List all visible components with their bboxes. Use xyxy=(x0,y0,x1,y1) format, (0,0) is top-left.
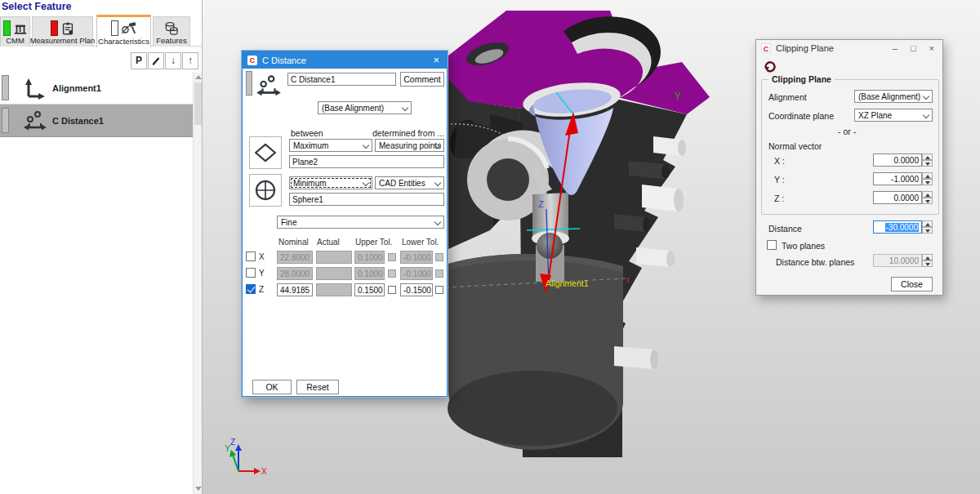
y-upper-checkbox xyxy=(388,269,396,278)
spin-up-icon[interactable] xyxy=(922,191,933,198)
chevron-down-icon xyxy=(434,219,441,225)
z-lower-checkbox[interactable] xyxy=(435,286,443,294)
selected-distance-value[interactable]: -30.0000 xyxy=(885,223,919,232)
plane-feature-box[interactable] xyxy=(249,136,282,169)
alignment-label[interactable]: Alignment1 xyxy=(546,278,589,288)
z-actual xyxy=(316,283,352,296)
comment-button[interactable]: Comment xyxy=(400,72,444,87)
c-distance-titlebar[interactable]: C C Distance × xyxy=(243,51,447,69)
close-icon[interactable]: × xyxy=(929,43,934,53)
tab-measurement-plan[interactable]: Measurement Plan xyxy=(32,16,93,47)
feature2-mode-select[interactable]: Minimum xyxy=(289,176,372,189)
y-checkbox[interactable] xyxy=(246,268,256,278)
row-status-tag xyxy=(2,108,9,133)
spin-up-icon[interactable] xyxy=(922,220,933,227)
base-alignment-select[interactable]: (Base Alignment) xyxy=(318,101,412,114)
spin-down-icon[interactable] xyxy=(922,227,933,234)
spin-down-icon[interactable] xyxy=(922,160,933,167)
col-lower-tol: Lower Tol. xyxy=(402,238,439,247)
row-status-tag xyxy=(2,75,9,100)
spin-down-icon[interactable] xyxy=(922,198,933,204)
col-upper-tol: Upper Tol. xyxy=(355,238,392,247)
spin-down-icon[interactable] xyxy=(922,179,933,185)
scroll-up-icon[interactable] xyxy=(194,73,202,81)
list-item-label: C Distance1 xyxy=(52,116,104,126)
feature2-source-select[interactable]: CAD Entities xyxy=(375,176,444,189)
flip-plane-icon[interactable] xyxy=(763,60,777,73)
left-panel: Select Feature CMM xyxy=(0,0,203,494)
feature1-mode-select[interactable]: Maximum xyxy=(289,139,372,152)
normal-y-spinner[interactable]: -1.0000 xyxy=(873,172,933,185)
z-upper-tol[interactable]: 0.1500 xyxy=(354,283,385,296)
move-down-button[interactable]: ↓ xyxy=(165,52,181,69)
edit-button[interactable] xyxy=(148,52,164,69)
feature1-source-select[interactable]: Measuring points xyxy=(375,139,444,152)
tab-features-label: Features xyxy=(156,36,187,47)
move-up-button[interactable]: ↑ xyxy=(182,52,198,69)
characteristic-name-input[interactable]: C Distance1 xyxy=(287,73,396,86)
spin-up-icon[interactable] xyxy=(922,154,933,160)
minimize-icon[interactable]: – xyxy=(893,43,898,53)
chevron-down-icon xyxy=(923,93,929,100)
coordinate-plane-label: Coordinate plane xyxy=(768,111,834,121)
x-checkbox[interactable] xyxy=(246,251,256,261)
tolerance-class-select[interactable]: Fine xyxy=(277,216,444,229)
clipping-plane-dialog: C Clipping Plane – □ × Clipping Plane Al… xyxy=(755,39,943,296)
tab-characteristics[interactable]: Characteristics xyxy=(96,15,151,47)
diameter-hammer-icon xyxy=(121,20,137,36)
list-item-alignment[interactable]: Alignment1 xyxy=(0,72,194,105)
spin-up-icon[interactable] xyxy=(922,172,933,179)
part-model xyxy=(445,11,710,457)
maximize-icon[interactable]: □ xyxy=(911,43,916,53)
measurement-plan-status-indicator xyxy=(51,20,58,36)
scroll-down-icon[interactable] xyxy=(194,485,202,492)
feature1-name-input[interactable]: Plane2 xyxy=(289,155,444,168)
axis-label: Y xyxy=(259,269,265,278)
ok-button[interactable]: OK xyxy=(252,380,292,394)
y-actual xyxy=(316,267,352,280)
alignment-icon xyxy=(21,77,47,100)
app-logo-icon: C xyxy=(761,43,771,53)
scrollbar-thumb[interactable] xyxy=(194,82,202,125)
or-label: - or - xyxy=(838,127,856,136)
feature2-name-input[interactable]: Sphere1 xyxy=(289,193,444,206)
tab-features[interactable]: Features xyxy=(153,16,190,47)
tab-cmm-label: CMM xyxy=(6,36,24,47)
clip-alignment-select[interactable]: (Base Alignment) xyxy=(854,90,933,103)
list-item-c-distance[interactable]: C Distance1 xyxy=(0,105,194,137)
x-upper-checkbox xyxy=(388,253,396,261)
dialog-grip xyxy=(246,71,252,96)
cmm-status-indicator xyxy=(3,20,11,36)
y-lower-checkbox xyxy=(435,269,443,278)
normal-z-spinner[interactable]: 0.0000 xyxy=(873,191,933,204)
triad-x-label: X xyxy=(261,467,267,476)
y-lower-tol: -0.1000 xyxy=(400,267,433,280)
normal-x-spinner[interactable]: 0.0000 xyxy=(873,154,933,167)
feature-list-scrollbar[interactable] xyxy=(193,72,202,494)
clipping-titlebar[interactable]: C Clipping Plane – □ × xyxy=(756,40,942,56)
chevron-down-icon xyxy=(363,180,369,186)
plane-icon xyxy=(252,139,279,167)
tab-cmm[interactable]: CMM xyxy=(0,16,30,47)
between-label: between xyxy=(291,128,323,138)
application-window: Y Z Alignment1 x Z X Y Select Feature xyxy=(0,0,980,494)
x-marker-label: x xyxy=(626,275,630,284)
close-button[interactable]: Close xyxy=(891,277,933,292)
two-planes-checkbox[interactable] xyxy=(767,240,777,250)
clipboard-icon xyxy=(60,20,75,36)
distance-spinner[interactable]: -30.0000 xyxy=(873,220,933,234)
z-nominal[interactable]: 44.9185 xyxy=(277,283,313,296)
p-button[interactable]: P xyxy=(131,52,147,69)
feature-list-toolbar: P ↓ ↑ xyxy=(0,52,203,70)
y-upper-tol: 0.1000 xyxy=(354,267,385,280)
z-lower-tol[interactable]: -0.1500 xyxy=(400,283,433,296)
z-upper-checkbox[interactable] xyxy=(388,286,396,294)
sphere-feature-box[interactable] xyxy=(249,174,282,207)
reset-button[interactable]: Reset xyxy=(296,380,339,394)
close-icon[interactable]: × xyxy=(430,55,442,65)
table-row-x: X 22.8000 0.1000 -0.1000 xyxy=(243,251,448,264)
coordinate-plane-select[interactable]: XZ Plane xyxy=(854,109,933,122)
z-checkbox[interactable] xyxy=(246,284,256,294)
x-upper-tol: 0.1000 xyxy=(354,251,385,264)
dialog-title: C Distance xyxy=(262,56,306,65)
